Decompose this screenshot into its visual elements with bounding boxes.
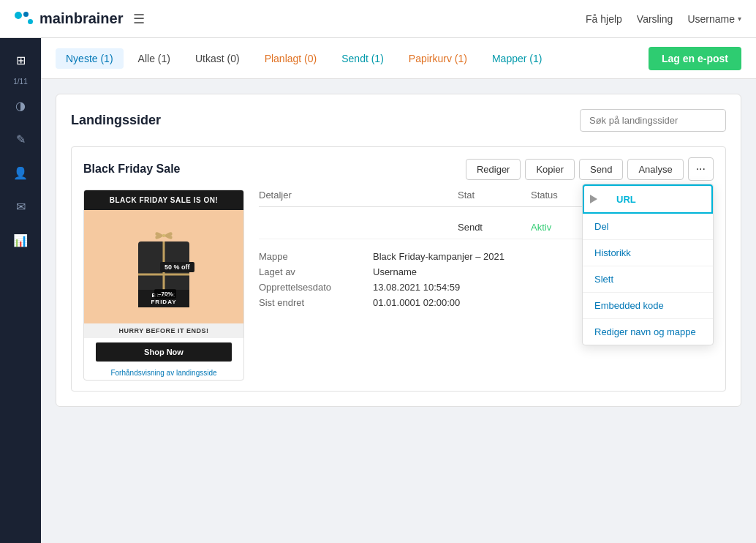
meta-row-opprettet: Opprettelsesdato 13.08.2021 10:54:59 [259, 282, 604, 293]
meta-row-laget-av: Laget av Username [259, 266, 604, 277]
meta-label-sist-endret: Sist endret [259, 297, 361, 308]
dropdown-url-label: URL [616, 194, 636, 205]
landing-pages-card: Landingssider Black Friday Sale Rediger … [56, 94, 741, 407]
item-title: Black Friday Sale [83, 162, 181, 176]
meta-label-mappe: Mappe [259, 251, 361, 262]
meta-value-mappe: Black Friday-kampanjer – 2021 [373, 251, 504, 262]
main-content: Landingssider Black Friday Sale Rediger … [41, 79, 756, 543]
logo-icon [15, 12, 35, 26]
ribbon-horizontal [138, 273, 189, 275]
details-meta: Mappe Black Friday-kampanjer – 2021 Lage… [259, 251, 604, 308]
bag-shape: 50 % off –70% [138, 241, 189, 307]
palette-icon: ◑ [15, 99, 26, 113]
dropdown-url[interactable]: URL [583, 184, 713, 214]
details-data-row: Sendt Aktiv [259, 216, 604, 239]
tab-alle[interactable]: Alle (1) [128, 48, 181, 69]
item-actions: Rediger Kopier Send Analyse ··· [466, 157, 714, 181]
badge-50: 50 % off [160, 262, 194, 272]
page-indicator: 1/11 [13, 78, 27, 86]
meta-row-sist-endret: Sist endret 01.01.0001 02:00:00 [259, 297, 604, 308]
more-button[interactable]: ··· [688, 157, 714, 181]
meta-value-opprettet: 13.08.2021 10:54:59 [373, 282, 460, 293]
svg-point-0 [162, 233, 165, 236]
badge-70: –70% [154, 289, 176, 299]
dropdown-historikk[interactable]: Historikk [583, 240, 713, 266]
edit-icon: ✎ [16, 132, 26, 146]
notification-link[interactable]: Varsling [637, 13, 673, 25]
tab-nyeste[interactable]: Nyeste (1) [56, 48, 124, 69]
details-table-header: Detaljer Stat Status [259, 190, 604, 207]
sidebar-item-send[interactable]: ✉ [6, 192, 35, 221]
chevron-down-icon: ▾ [738, 15, 741, 23]
dropdown-rediger-navn[interactable]: Rediger navn og mappe [583, 319, 713, 345]
tab-utkast[interactable]: Utkast (0) [185, 48, 250, 69]
tab-mapper[interactable]: Mapper (1) [482, 48, 552, 69]
details-detaljer-value [259, 222, 458, 233]
meta-value-laget-av: Username [373, 266, 417, 277]
hamburger-icon[interactable]: ☰ [133, 11, 145, 27]
tab-papirkurv[interactable]: Papirkurv (1) [398, 48, 477, 69]
sidebar: ⊞ 1/11 ◑ ✎ 👤 ✉ 📊 [0, 38, 41, 543]
col-detaljer: Detaljer [259, 190, 458, 201]
sidebar-group-top: ⊞ 1/11 [6, 45, 35, 86]
main-layout: ⊞ 1/11 ◑ ✎ 👤 ✉ 📊 Nyeste (1) Alle (1) Utk… [0, 38, 756, 543]
tab-sendt[interactable]: Sendt (1) [331, 48, 394, 69]
edit-button[interactable]: Rediger [466, 159, 521, 180]
item-row: Black Friday Sale Rediger Kopier Send An… [71, 146, 726, 392]
preview-header: BLACK FRIDAY SALE IS ON! [84, 190, 243, 210]
details-pane: Detaljer Stat Status Sendt Aktiv [259, 190, 604, 381]
topnav: mainbrainer ☰ Få hjelp Varsling Username… [0, 0, 756, 38]
col-stat: Stat [458, 190, 531, 201]
dropdown-del[interactable]: Del [583, 214, 713, 240]
preview-shopnow-button[interactable]: Shop Now [96, 342, 232, 362]
meta-label-opprettet: Opprettelsesdato [259, 282, 361, 293]
preview-image: 50 % off –70% [84, 210, 243, 323]
create-email-button[interactable]: Lag en e-post [649, 47, 741, 70]
username-menu[interactable]: Username ▾ [687, 13, 741, 25]
meta-row-mappe: Mappe Black Friday-kampanjer – 2021 [259, 251, 604, 262]
topnav-left: mainbrainer ☰ [15, 10, 145, 27]
preview-subheader: HURRY BEFORE IT ENDS! [84, 323, 243, 338]
chart-icon: 📊 [13, 233, 28, 247]
users-icon: 👤 [13, 166, 28, 180]
tabs-bar: Nyeste (1) Alle (1) Utkast (0) Planlagt … [41, 38, 756, 79]
meta-value-sist-endret: 01.01.0001 02:00:00 [373, 297, 460, 308]
content-area: Nyeste (1) Alle (1) Utkast (0) Planlagt … [41, 38, 756, 543]
preview-pane: BLACK FRIDAY SALE IS ON! 50 % off –70% [83, 190, 244, 381]
sidebar-item-edit[interactable]: ✎ [6, 124, 35, 154]
send-button[interactable]: Send [579, 159, 623, 180]
grid-icon: ⊞ [16, 53, 26, 67]
bag-bow-icon [153, 231, 175, 240]
card-header: Landingssider [71, 109, 726, 132]
search-input[interactable] [580, 109, 726, 132]
send-icon: ✉ [16, 200, 26, 214]
topnav-right: Få hjelp Varsling Username ▾ [586, 13, 741, 25]
sidebar-item-users[interactable]: 👤 [6, 158, 35, 187]
meta-label-laget-av: Laget av [259, 266, 361, 277]
help-link[interactable]: Få hjelp [586, 13, 622, 25]
preview-link[interactable]: Forhåndsvisning av landingsside [84, 366, 243, 380]
dropdown-slett[interactable]: Slett [583, 266, 713, 293]
dropdown-wrapper: ··· URL Del Historikk Slett [688, 157, 714, 181]
analyse-button[interactable]: Analyse [627, 159, 683, 180]
username-label: Username [687, 13, 735, 25]
arrow-right-icon [596, 193, 611, 205]
item-row-header: Black Friday Sale Rediger Kopier Send An… [83, 157, 714, 181]
sidebar-item-grid[interactable]: ⊞ [6, 45, 35, 75]
sidebar-item-palette[interactable]: ◑ [6, 91, 35, 120]
dropdown-menu: URL Del Historikk Slett Embedded kode Re… [582, 184, 714, 345]
details-stat-value: Sendt [458, 222, 531, 233]
sidebar-item-chart[interactable]: 📊 [6, 225, 35, 255]
logo: mainbrainer [15, 10, 123, 27]
tab-planlagt[interactable]: Planlagt (0) [254, 48, 328, 69]
dropdown-embedded[interactable]: Embedded kode [583, 293, 713, 319]
copy-button[interactable]: Kopier [525, 159, 575, 180]
app-name: mainbrainer [39, 10, 123, 27]
card-title: Landingssider [71, 113, 161, 128]
